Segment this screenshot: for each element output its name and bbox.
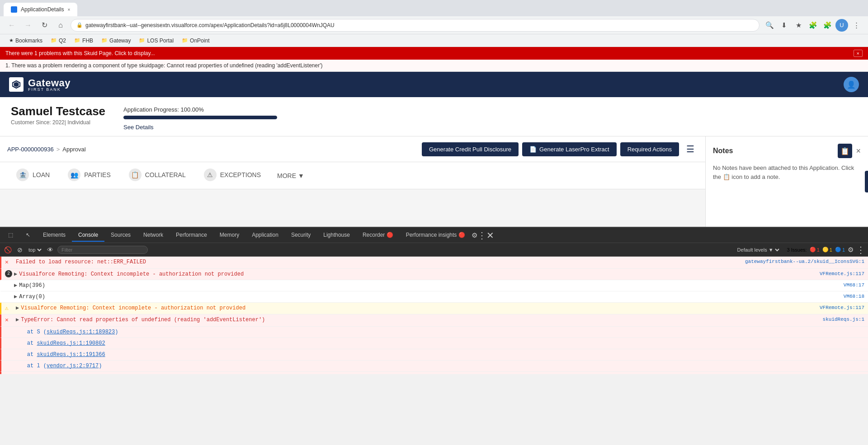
devtools-close-button[interactable]: ✕ [486,230,494,241]
tab-collateral[interactable]: 📋 COLLATERAL [120,162,195,189]
tab-loan-label: LOAN [33,171,50,178]
devtools-tab-application[interactable]: Application [245,229,285,242]
devtools-tab-pointer[interactable]: ↖ [19,229,37,242]
notes-empty-text: No Notes have been attached to this Appl… [713,164,861,181]
clear-console-button[interactable]: 🚫 [3,245,13,255]
tab-parties-label: PARTIES [84,171,111,178]
notes-close-button[interactable]: × [856,146,861,156]
see-details-link[interactable]: See Details [123,124,277,131]
notes-sidebar-tab[interactable] [865,171,868,192]
devtools-tab-console[interactable]: Console [72,229,104,242]
devtools-tab-security[interactable]: Security [285,229,317,242]
stack-link[interactable]: skuidReqs.js:1:189823 [47,329,115,335]
breadcrumb-app-link[interactable]: APP-0000000936 [7,146,54,153]
devtools-more-button[interactable]: ⋮ [477,230,486,241]
devtools-tab-perf-insights[interactable]: Performance insights 🔴 [400,229,472,242]
console-more-button[interactable]: ⋮ [856,244,865,255]
tab-more[interactable]: MORE ▼ [270,166,311,186]
bookmark-fhb[interactable]: 📁 FHB [71,36,97,45]
progress-label: Application Progress: 100.00% [123,106,277,113]
downloads-button[interactable]: ⬇ [778,19,790,32]
stack-text: at skuidReqs.js:1:190802 [14,339,864,347]
application-label: Application [252,232,278,238]
log-levels-selector[interactable]: Default levels ▼ [736,247,781,253]
progress-section: Application Progress: 100.00% See Detail… [123,106,277,131]
tab-more-label: MORE [277,172,296,179]
user-avatar[interactable]: 👤 [844,77,859,92]
console-filter-toggle[interactable]: ⊘ [16,245,24,255]
perf-insights-icon: 🔴 [458,232,465,238]
action-buttons: Generate Credit Pull Disclosure 📄 Genera… [422,142,698,156]
console-source-link[interactable]: VM68:17 [844,281,864,289]
bookmark-label: OnPoint [190,37,209,44]
devtools-tab-network[interactable]: Network [137,229,170,242]
breadcrumb: APP-0000000936 > Approval [7,146,86,153]
required-actions-button[interactable]: Required Actions [620,142,679,156]
bookmark-q2[interactable]: 📁 Q2 [47,36,70,45]
console-filter-input[interactable] [57,246,148,254]
console-text: ▶Visualforce Remoting: Context incomplet… [16,304,816,312]
extensions-button[interactable]: 🧩 [807,19,819,32]
tab-close-button[interactable]: × [67,7,70,12]
stack-text: at l (vendor.js:2:9717) [14,362,864,370]
browser-tab[interactable]: ApplicationDetails × [4,3,77,16]
console-source-link[interactable]: VFRemote.js:117 [820,304,864,312]
generate-credit-pull-button[interactable]: Generate Credit Pull Disclosure [422,142,519,156]
bookmark-onpoint[interactable]: 📁 OnPoint [178,36,213,45]
console-source-link[interactable]: VM68:18 [844,293,864,300]
console-source-link[interactable]: gatewayfirstbank--ua.2/skuid__IconsSVG:1 [745,258,864,266]
devtools-tab-memory[interactable]: Memory [213,229,245,242]
back-button[interactable]: ← [5,19,18,32]
home-button[interactable]: ⌂ [54,19,67,32]
favorites-button[interactable]: ★ [792,19,805,32]
bookmark-gateway[interactable]: 📁 Gateway [98,36,134,45]
warning-icon: ⚠ [5,304,12,313]
app-logo-icon [9,77,24,92]
lighthouse-label: Lighthouse [323,232,350,238]
devtools-settings-button[interactable]: ⚙ [472,231,477,239]
app-logo-text-wrapper: Gateway FIRST BANK [28,77,71,92]
puzzle-button[interactable]: 🧩 [821,19,834,32]
bookmark-bookmarks[interactable]: ★ Bookmarks [5,36,46,45]
devtools-tab-recorder[interactable]: Recorder 🔴 [356,229,400,242]
devtools-tab-lighthouse[interactable]: Lighthouse [317,229,356,242]
devtools-tab-elements[interactable]: Elements [37,229,72,242]
stack-link[interactable]: vendor.js:2:9717 [47,363,99,369]
app-header-right: 👤 [844,77,859,92]
devtools-tab-inspector[interactable]: ⬚ [2,229,19,242]
bookmark-los-portal[interactable]: 📁 LOS Portal [135,36,177,45]
tab-parties[interactable]: 👥 PARTIES [59,162,120,189]
reload-button[interactable]: ↻ [38,19,51,32]
console-line[interactable]: ✕ ▶TypeError: Cannot read properties of … [0,314,868,327]
profile-button[interactable]: U [835,19,848,32]
error-banner[interactable]: There were 1 problems with this Skuid Pa… [0,47,868,60]
devtools-tab-sources[interactable]: Sources [104,229,137,242]
address-bar[interactable]: 🔒 gatewayfirstbank--uat--genesisextn.vis… [71,19,760,32]
bookmark-label: Bookmarks [15,37,42,44]
console-text: Failed to load resource: net::ERR_FAILED [16,258,741,266]
stack-link[interactable]: skuidReqs.js:1:191366 [37,351,105,358]
eye-button[interactable]: 👁 [46,245,55,255]
context-selector[interactable]: top [27,247,43,253]
console-settings-button[interactable]: ⚙ [848,246,854,254]
progress-bar-fill [123,116,277,119]
stack-link[interactable]: skuidReqs.js:1:190802 [37,340,105,347]
more-button[interactable]: ⋮ [850,19,863,32]
tab-loan[interactable]: 🏦 LOAN [7,162,59,189]
error-banner-close-button[interactable]: × [854,50,863,57]
console-source-link[interactable]: skuidReqs.js:1 [823,316,864,323]
forward-button[interactable]: → [22,19,34,32]
notes-add-button[interactable]: 📋 [838,144,852,158]
generate-laserpro-button[interactable]: 📄 Generate LaserPro Extract [522,142,617,156]
tab-exceptions[interactable]: ⚠ EXCEPTIONS [195,162,270,189]
document-icon: 📄 [529,146,537,153]
devtools-tab-performance[interactable]: Performance [170,229,213,242]
stack-link[interactable]: vendor.js:2:10034 [47,374,102,375]
breadcrumb-current: Approval [62,146,85,153]
search-button[interactable]: 🔍 [763,19,776,32]
customer-info: Samuel Testcase Customer Since: 2022| In… [11,104,105,126]
perf-insights-label: Performance insights [406,232,457,238]
menu-button[interactable]: ☰ [683,142,698,156]
console-source-link[interactable]: VFRemote.js:117 [820,270,864,278]
notes-header: Notes 📋 × [713,144,861,158]
